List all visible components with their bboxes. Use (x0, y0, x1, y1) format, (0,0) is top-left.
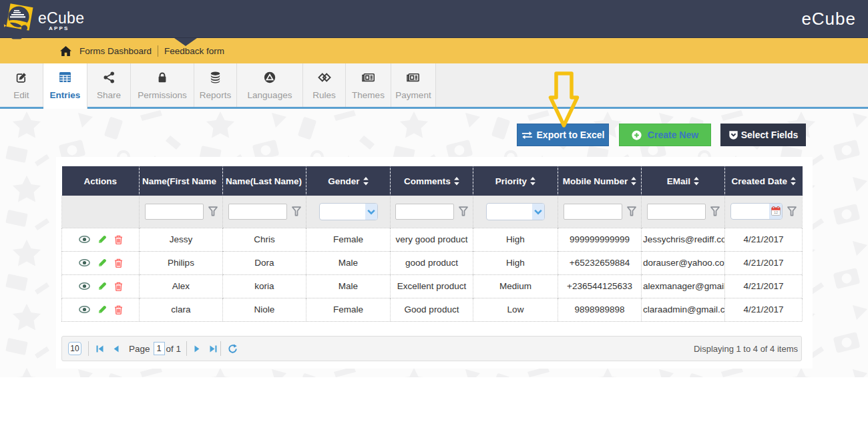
svg-text:12: 12 (773, 211, 777, 215)
